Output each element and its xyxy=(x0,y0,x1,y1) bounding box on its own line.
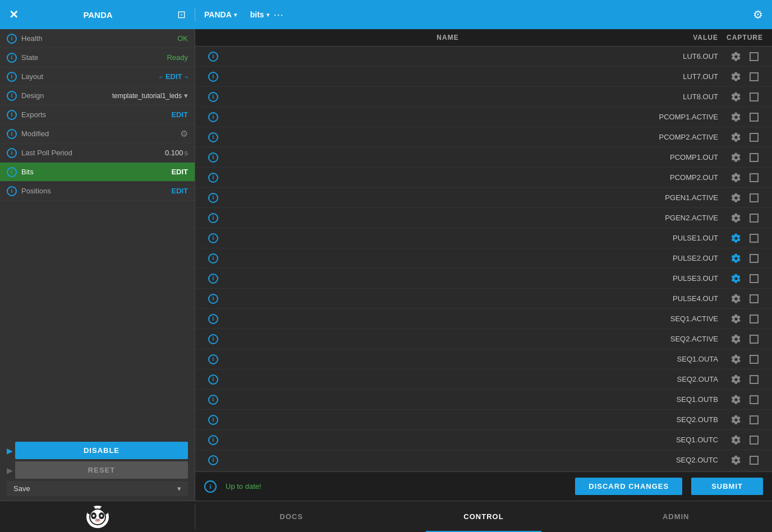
footer-tab-docs[interactable]: DOCS xyxy=(195,501,388,533)
main-content: i Health OK i State Ready i Layout ⌐ EDI… xyxy=(0,29,772,501)
more-options-icon[interactable]: ··· xyxy=(274,9,284,21)
row-gear-button[interactable] xyxy=(727,213,745,223)
row-capture-checkbox[interactable] xyxy=(745,456,763,465)
modified-info-icon[interactable]: i xyxy=(7,129,17,139)
bits-info-icon[interactable]: i xyxy=(7,167,17,177)
row-gear-button[interactable] xyxy=(727,92,745,102)
row-gear-button[interactable] xyxy=(727,314,745,324)
row-gear-button[interactable] xyxy=(727,334,745,344)
close-button[interactable]: ✕ xyxy=(9,8,19,21)
reset-button[interactable]: RESET xyxy=(15,461,188,479)
footer-tab-control[interactable]: CONTROL xyxy=(388,501,580,533)
row-gear-button[interactable] xyxy=(727,455,745,465)
row-gear-button[interactable] xyxy=(727,294,745,304)
row-info-icon[interactable]: i xyxy=(204,233,222,243)
row-info-icon[interactable]: i xyxy=(204,253,222,263)
modified-gear-icon[interactable]: ⚙ xyxy=(180,128,188,139)
row-capture-checkbox[interactable] xyxy=(745,415,763,424)
row-info-icon[interactable]: i xyxy=(204,72,222,82)
row-info-icon[interactable]: i xyxy=(204,132,222,142)
exports-edit-button[interactable]: EDIT xyxy=(171,110,188,119)
footer-nav: DOCS CONTROL ADMIN xyxy=(0,501,772,532)
row-capture-checkbox[interactable] xyxy=(745,375,763,384)
health-info-icon[interactable]: i xyxy=(7,34,17,44)
exports-info-icon[interactable]: i xyxy=(7,110,17,120)
row-gear-button[interactable] xyxy=(727,52,745,62)
design-info-icon[interactable]: i xyxy=(7,91,17,101)
row-info-icon[interactable]: i xyxy=(204,415,222,425)
row-capture-checkbox[interactable] xyxy=(745,173,763,182)
row-capture-checkbox[interactable] xyxy=(745,234,763,243)
row-capture-checkbox[interactable] xyxy=(745,395,763,404)
row-info-icon[interactable]: i xyxy=(204,193,222,203)
save-row[interactable]: Save ▾ xyxy=(7,481,188,496)
poll-info-icon[interactable]: i xyxy=(7,148,17,158)
submit-button[interactable]: SUBMIT xyxy=(691,478,763,495)
footer-tab-admin[interactable]: ADMIN xyxy=(580,501,772,533)
row-gear-button[interactable] xyxy=(727,152,745,163)
row-capture-checkbox[interactable] xyxy=(745,92,763,101)
row-info-icon[interactable]: i xyxy=(204,173,222,183)
row-capture-checkbox[interactable] xyxy=(745,72,763,81)
row-capture-checkbox[interactable] xyxy=(745,52,763,61)
row-info-icon[interactable]: i xyxy=(204,52,222,62)
table-row: iSEQ1.OUTB xyxy=(195,390,772,410)
row-gear-button[interactable] xyxy=(727,415,745,425)
breadcrumb-bits[interactable]: bits ▾ xyxy=(250,10,269,19)
row-capture-checkbox[interactable] xyxy=(745,214,763,223)
discard-changes-button[interactable]: DISCARD CHANGES xyxy=(575,478,682,495)
breadcrumb-panda[interactable]: PANDA ▾ xyxy=(204,10,237,19)
row-gear-button[interactable] xyxy=(727,233,745,243)
row-gear-button[interactable] xyxy=(727,395,745,405)
layout-edit-container: ⌐ EDIT ¬ xyxy=(160,72,189,81)
row-info-icon[interactable]: i xyxy=(204,374,222,385)
row-capture-checkbox[interactable] xyxy=(745,355,763,364)
state-info-icon[interactable]: i xyxy=(7,53,17,63)
table-row: iSEQ2.OUTC xyxy=(195,450,772,470)
row-info-icon[interactable]: i xyxy=(204,213,222,223)
layout-edit-button[interactable]: EDIT xyxy=(166,72,182,81)
row-info-icon[interactable]: i xyxy=(204,274,222,284)
row-capture-checkbox[interactable] xyxy=(745,153,763,162)
row-capture-checkbox[interactable] xyxy=(745,113,763,122)
row-info-icon[interactable]: i xyxy=(204,334,222,344)
row-info-icon[interactable]: i xyxy=(204,112,222,122)
row-capture-checkbox[interactable] xyxy=(745,193,763,202)
bits-edit-button[interactable]: EDIT xyxy=(171,168,188,176)
row-capture-checkbox[interactable] xyxy=(745,274,763,283)
row-gear-button[interactable] xyxy=(727,193,745,203)
row-gear-button[interactable] xyxy=(727,112,745,122)
chevron-down-icon-bits: ▾ xyxy=(266,12,269,18)
row-capture-checkbox[interactable] xyxy=(745,133,763,142)
exports-row: i Exports EDIT xyxy=(0,105,195,124)
row-info-icon[interactable]: i xyxy=(204,455,222,465)
row-gear-button[interactable] xyxy=(727,253,745,263)
settings-icon[interactable]: ⚙ xyxy=(753,8,763,21)
row-capture-checkbox[interactable] xyxy=(745,314,763,323)
row-info-icon[interactable]: i xyxy=(204,354,222,364)
row-capture-checkbox[interactable] xyxy=(745,294,763,303)
positions-info-icon[interactable]: i xyxy=(7,186,17,196)
external-link-icon[interactable]: ⊡ xyxy=(177,8,186,21)
disable-button[interactable]: DISABLE xyxy=(15,442,188,459)
row-gear-button[interactable] xyxy=(727,354,745,364)
layout-info-icon[interactable]: i xyxy=(7,72,17,82)
row-info-icon[interactable]: i xyxy=(204,314,222,324)
row-capture-checkbox[interactable] xyxy=(745,436,763,445)
row-info-icon[interactable]: i xyxy=(204,92,222,102)
row-gear-button[interactable] xyxy=(727,72,745,82)
row-capture-checkbox[interactable] xyxy=(745,254,763,263)
row-info-icon[interactable]: i xyxy=(204,435,222,445)
row-gear-button[interactable] xyxy=(727,435,745,445)
row-info-icon[interactable]: i xyxy=(204,152,222,163)
right-panel: NAME VALUE CAPTURE iLUT6.OUTiLUT7.OUTiLU… xyxy=(195,29,772,501)
row-info-icon[interactable]: i xyxy=(204,294,222,304)
row-gear-button[interactable] xyxy=(727,374,745,385)
row-gear-button[interactable] xyxy=(727,132,745,142)
positions-edit-button[interactable]: EDIT xyxy=(171,187,188,195)
row-capture-checkbox[interactable] xyxy=(745,335,763,344)
design-dropdown[interactable]: template_tutorial1_leds ▾ xyxy=(112,91,188,100)
row-info-icon[interactable]: i xyxy=(204,395,222,405)
row-gear-button[interactable] xyxy=(727,274,745,284)
row-gear-button[interactable] xyxy=(727,173,745,183)
